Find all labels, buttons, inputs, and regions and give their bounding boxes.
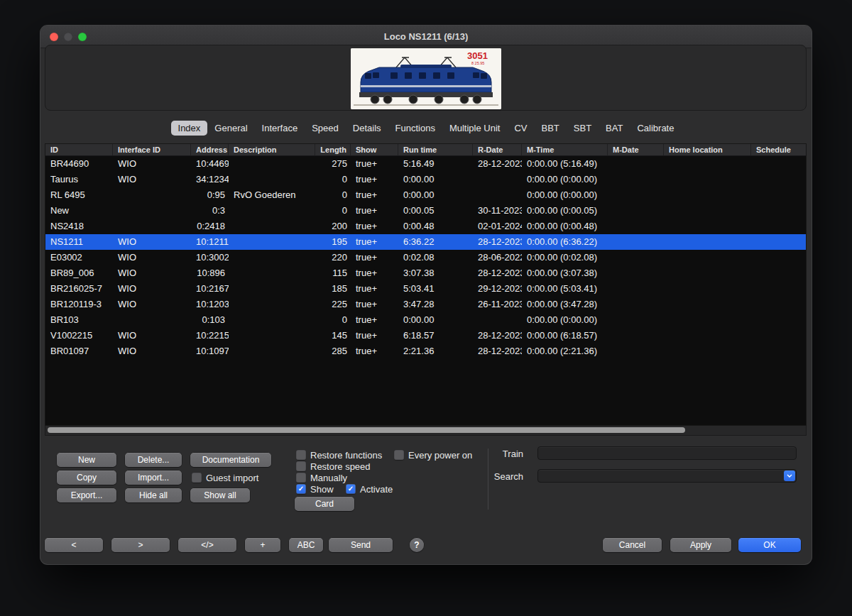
cell-description — [229, 312, 315, 328]
table-row-br44690[interactable]: BR44690WIO10:4469275true+5:16.4928-12-20… — [45, 156, 806, 172]
cell-show: true+ — [351, 297, 398, 312]
documentation-button[interactable]: Documentation — [190, 453, 271, 467]
table-row-e03002[interactable]: E03002WIO10:3002220true+0:02.0828-06-202… — [45, 250, 806, 265]
manually-checkbox[interactable]: Manually — [296, 472, 347, 483]
cell-m_date — [608, 328, 664, 343]
hide-all-button[interactable]: Hide all — [125, 488, 182, 502]
plus-button[interactable]: + — [245, 538, 280, 552]
tab-sbt[interactable]: SBT — [567, 121, 599, 136]
table-row-ns1211[interactable]: NS1211WIO10:1211195true+6:36.2228-12-202… — [45, 234, 806, 250]
restore-speed-checkbox[interactable]: Restore speed — [296, 461, 371, 472]
tab-interface[interactable]: Interface — [255, 121, 305, 136]
column-header-interface_id[interactable]: Interface ID — [113, 144, 191, 155]
column-header-r_date[interactable]: R-Date — [473, 144, 522, 155]
table-row-rl-6495[interactable]: RL 64950:95RvO Goederen0true+0:00.000:00… — [45, 187, 806, 203]
zoom-button[interactable] — [78, 33, 87, 41]
column-header-id[interactable]: ID — [45, 144, 113, 155]
cancel-button[interactable]: Cancel — [603, 538, 662, 552]
tab-calibrate[interactable]: Calibrate — [630, 121, 681, 136]
cell-m_date — [608, 203, 664, 219]
table-row-br216025-7[interactable]: BR216025-7WIO10:2167185true+5:03.4129-12… — [45, 281, 806, 297]
cell-address: 10:2215 — [191, 328, 229, 343]
cell-schedule — [751, 219, 807, 234]
cell-schedule — [751, 172, 807, 187]
close-button[interactable] — [50, 33, 58, 41]
cell-show: true+ — [351, 187, 398, 203]
guest-import-checkbox[interactable]: Guest import — [192, 472, 258, 483]
export-button[interactable]: Export... — [57, 488, 116, 502]
column-header-home_location[interactable]: Home location — [664, 144, 751, 155]
cell-schedule — [751, 156, 807, 172]
tab-details[interactable]: Details — [346, 121, 388, 136]
cell-description: RvO Goederen — [229, 187, 315, 203]
delete-button[interactable]: Delete... — [125, 453, 182, 467]
tab-functions[interactable]: Functions — [388, 121, 442, 136]
column-header-schedule[interactable]: Schedule — [751, 144, 807, 155]
table-row-ns2418[interactable]: NS24180:2418200true+0:00.4802-01-20240:0… — [45, 219, 806, 234]
every-power-on-checkbox[interactable]: Every power on — [394, 449, 472, 461]
horizontal-scrollbar[interactable] — [45, 426, 807, 436]
show-checkbox[interactable]: Show — [296, 483, 334, 495]
help-button[interactable]: ? — [410, 538, 424, 552]
minimize-button[interactable] — [64, 33, 72, 41]
cell-m_time: 0:00.00 (3:47.28) — [522, 297, 608, 312]
cell-m_time: 0:00.00 (3:07.38) — [522, 265, 608, 281]
cell-address: 10:3002 — [191, 250, 229, 265]
import-button[interactable]: Import... — [125, 471, 182, 485]
table-row-v1002215[interactable]: V1002215WIO10:2215145true+6:18.5728-12-2… — [45, 328, 806, 343]
cell-length: 0 — [315, 312, 351, 328]
cell-m_date — [608, 187, 664, 203]
checkbox-icon — [296, 473, 306, 483]
tab-bat[interactable]: BAT — [599, 121, 630, 136]
cell-run_time: 5:16.49 — [398, 156, 473, 172]
tab-multiple-unit[interactable]: Multiple Unit — [442, 121, 508, 136]
checkbox-icon — [296, 461, 306, 471]
tab-speed[interactable]: Speed — [305, 121, 346, 136]
next-loco-button[interactable]: > — [111, 538, 170, 552]
column-header-m_time[interactable]: M-Time — [522, 144, 608, 155]
apply-button[interactable]: Apply — [670, 538, 731, 552]
code-button[interactable]: </> — [178, 538, 236, 552]
tab-general[interactable]: General — [207, 121, 254, 136]
cell-r_date — [473, 187, 522, 203]
abc-button[interactable]: ABC — [289, 538, 323, 552]
column-header-description[interactable]: Description — [229, 144, 315, 155]
cell-home_location — [664, 234, 751, 250]
loco-table: IDInterface IDAddressDescriptionLengthSh… — [45, 143, 807, 426]
card-button[interactable]: Card — [295, 497, 354, 511]
restore-functions-label: Restore functions — [310, 450, 382, 461]
cell-address: 0:3 — [191, 203, 229, 219]
previous-loco-button[interactable]: < — [45, 538, 103, 552]
send-button[interactable]: Send — [329, 538, 393, 552]
cell-m_date — [608, 234, 664, 250]
ok-button[interactable]: OK — [738, 538, 801, 552]
cell-r_date: 30-11-2023 — [473, 203, 522, 219]
search-combobox[interactable] — [537, 469, 797, 483]
column-header-m_date[interactable]: M-Date — [608, 144, 664, 155]
cell-address: 10:4469 — [191, 156, 229, 172]
activate-checkbox[interactable]: Activate — [346, 483, 393, 495]
tab-cv[interactable]: CV — [507, 121, 534, 136]
train-input[interactable] — [537, 446, 797, 460]
column-header-run_time[interactable]: Run time — [398, 144, 473, 155]
scrollbar-thumb[interactable] — [48, 427, 685, 433]
tab-index[interactable]: Index — [171, 121, 208, 136]
table-row-new[interactable]: New0:30true+0:00.0530-11-20230:00.00 (0:… — [45, 203, 806, 219]
cell-m_date — [608, 312, 664, 328]
cell-m_time: 0:00.00 (0:00.05) — [522, 203, 608, 219]
cell-m_time: 0:00.00 (0:00.00) — [522, 172, 608, 187]
table-row-br103[interactable]: BR1030:1030true+0:00.000:00.00 (0:00.00) — [45, 312, 806, 328]
table-row-br120119-3[interactable]: BR120119-3WIO10:1203225true+3:47.2826-11… — [45, 297, 806, 312]
table-row-taurus[interactable]: TaurusWIO34:12340true+0:00.000:00.00 (0:… — [45, 172, 806, 187]
tab-bbt[interactable]: BBT — [535, 121, 567, 136]
new-button[interactable]: New — [57, 453, 116, 467]
copy-button[interactable]: Copy — [57, 471, 116, 485]
table-row-br89_006[interactable]: BR89_006WIO10:896115true+3:07.3828-12-20… — [45, 265, 806, 281]
table-row-br01097[interactable]: BR01097WIO10:1097285true+2:21.3628-12-20… — [45, 343, 806, 359]
column-header-address[interactable]: Address — [191, 144, 229, 155]
restore-functions-checkbox[interactable]: Restore functions — [296, 449, 382, 461]
dropdown-arrow-icon[interactable] — [784, 471, 795, 481]
show-all-button[interactable]: Show all — [190, 488, 250, 502]
column-header-length[interactable]: Length — [315, 144, 351, 155]
column-header-show[interactable]: Show — [351, 144, 398, 155]
